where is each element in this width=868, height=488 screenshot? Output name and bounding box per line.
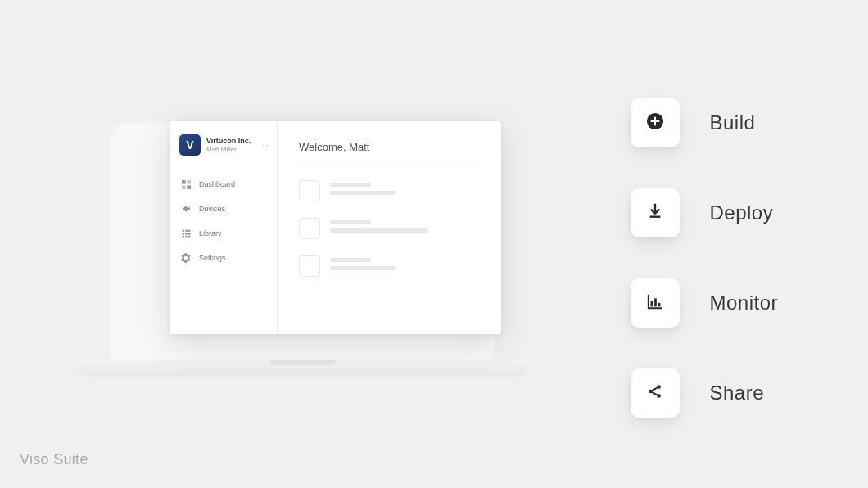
skeleton-lines — [330, 258, 480, 274]
sidebar-item-library[interactable]: Library — [170, 221, 277, 246]
svg-rect-1 — [187, 180, 191, 184]
svg-rect-16 — [655, 298, 658, 306]
svg-rect-15 — [651, 301, 653, 306]
svg-rect-17 — [658, 303, 661, 307]
sidebar-item-label: Dashboard — [199, 180, 235, 188]
skeleton-line — [330, 220, 371, 224]
feature-share[interactable]: Share — [631, 368, 778, 418]
svg-point-4 — [182, 229, 184, 232]
workspace-logo: V — [179, 134, 201, 156]
nav-list: Dashboard Devices Library Settings — [170, 167, 277, 275]
feature-label: Monitor — [709, 291, 778, 314]
feature-list: Build Deploy Monitor Share — [631, 98, 778, 418]
skeleton-lines — [330, 183, 480, 199]
laptop-base — [74, 360, 532, 377]
workspace-user: Matt Miller — [206, 146, 256, 154]
svg-point-10 — [182, 235, 184, 237]
svg-point-8 — [185, 233, 188, 235]
svg-point-7 — [182, 233, 184, 235]
feature-tile — [631, 368, 680, 418]
feature-label: Deploy — [709, 201, 773, 224]
devices-icon — [181, 204, 191, 214]
workspace-info: Virtucon Inc. Matt Miller — [206, 137, 256, 153]
skeleton-line — [330, 258, 371, 262]
svg-rect-3 — [187, 185, 191, 189]
main-content: Welcome, Matt — [278, 121, 501, 334]
brand-label: Viso Suite — [20, 451, 88, 468]
settings-icon — [181, 253, 191, 263]
svg-point-6 — [188, 229, 190, 232]
skeleton-line — [330, 191, 396, 195]
svg-rect-14 — [650, 216, 661, 218]
skeleton-lines — [330, 220, 480, 237]
feature-monitor[interactable]: Monitor — [631, 278, 778, 328]
feature-tile — [631, 98, 680, 147]
share-icon — [646, 382, 664, 404]
feature-deploy[interactable]: Deploy — [631, 188, 778, 237]
skeleton-box — [299, 180, 320, 201]
skeleton-box — [299, 255, 320, 277]
laptop-notch — [270, 360, 336, 365]
feature-build[interactable]: Build — [631, 98, 778, 147]
svg-point-9 — [188, 233, 190, 235]
skeleton-box — [299, 218, 320, 239]
list-item — [299, 218, 480, 239]
svg-rect-2 — [182, 185, 186, 189]
sidebar-item-settings[interactable]: Settings — [170, 246, 277, 270]
download-icon — [646, 202, 664, 224]
skeleton-line — [330, 228, 428, 233]
dashboard-icon — [181, 179, 191, 189]
svg-point-12 — [188, 235, 190, 237]
skeleton-list — [299, 180, 480, 277]
list-item — [299, 255, 480, 277]
feature-label: Build — [709, 111, 755, 134]
app-window: V Virtucon Inc. Matt Miller Dashboard — [170, 121, 501, 334]
plus-icon — [646, 112, 664, 133]
sidebar-item-label: Devices — [199, 205, 225, 213]
workspace-name: Virtucon Inc. — [206, 137, 256, 146]
skeleton-line — [330, 183, 371, 187]
sidebar-item-label: Library — [199, 229, 222, 237]
workspace-switcher[interactable]: V Virtucon Inc. Matt Miller — [170, 133, 277, 167]
library-icon — [181, 228, 191, 238]
chevron-down-icon — [262, 141, 269, 150]
svg-rect-0 — [182, 180, 186, 184]
sidebar-item-label: Settings — [199, 254, 226, 262]
sidebar-item-devices[interactable]: Devices — [170, 197, 277, 221]
feature-tile — [631, 188, 680, 237]
sidebar-item-dashboard[interactable]: Dashboard — [170, 172, 277, 197]
list-item — [299, 180, 480, 201]
feature-tile — [631, 278, 680, 328]
svg-point-11 — [185, 235, 188, 237]
sidebar: V Virtucon Inc. Matt Miller Dashboard — [170, 121, 278, 334]
bar-chart-icon — [646, 292, 664, 314]
svg-point-5 — [185, 229, 188, 232]
skeleton-line — [330, 266, 396, 270]
welcome-heading: Welcome, Matt — [299, 141, 480, 165]
feature-label: Share — [709, 382, 764, 404]
